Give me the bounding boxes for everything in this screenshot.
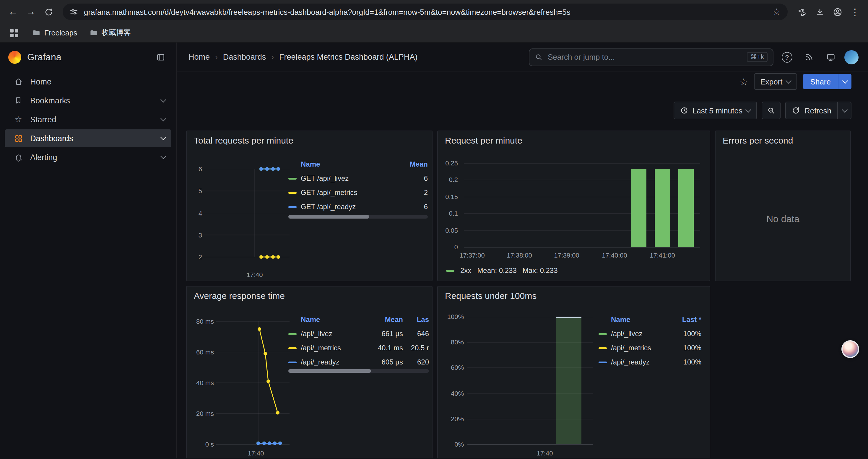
browser-menu-button[interactable]: ⋮	[847, 4, 863, 20]
zoom-out-button[interactable]	[762, 102, 781, 119]
panel-title[interactable]: Errors per second	[723, 135, 793, 145]
y-tick-label: 60%	[440, 364, 464, 371]
back-button[interactable]: ←	[5, 4, 21, 20]
extensions-button[interactable]	[794, 4, 810, 20]
reload-button[interactable]	[40, 4, 57, 20]
legend-scrollbar[interactable]	[288, 215, 428, 219]
panel-title[interactable]: Total requests per minute	[194, 135, 293, 145]
legend-series-name[interactable]: /api/_livez	[611, 330, 671, 338]
bookmark-star-icon[interactable]: ☆	[773, 6, 780, 17]
bar	[556, 317, 582, 444]
legend-series-name[interactable]: GET /api/_metrics	[301, 189, 402, 197]
legend-series-last: 620	[403, 358, 429, 366]
sidebar-item-home[interactable]: Home	[5, 73, 172, 90]
refresh-label: Refresh	[804, 106, 831, 115]
series-point	[277, 167, 280, 171]
bar-plot	[467, 317, 593, 445]
sidebar-item-label: Home	[30, 77, 52, 86]
profile-button[interactable]	[829, 4, 845, 20]
apps-button[interactable]	[8, 27, 20, 39]
bookmark-item-freeleaps[interactable]: Freeleaps	[32, 28, 77, 37]
floating-chat-avatar[interactable]	[841, 340, 859, 358]
legend-row: /api/_livez 100%	[598, 327, 701, 341]
brand-name: Grafana	[27, 52, 147, 62]
line-chart	[216, 317, 293, 451]
panel-requests-under-100ms: Requests under 100ms Name Last * /api/_l…	[437, 286, 710, 458]
display-button[interactable]	[823, 49, 839, 65]
legend-header-last[interactable]: Las	[403, 316, 429, 324]
search-box[interactable]: ⌘+k	[529, 48, 773, 66]
refresh-button[interactable]: Refresh	[786, 102, 837, 119]
legend-header-name[interactable]: Name	[301, 316, 369, 324]
refresh-interval-button[interactable]	[837, 102, 851, 119]
legend-series-name[interactable]: /api/_metrics	[611, 344, 671, 352]
breadcrumb-home[interactable]: Home	[188, 53, 210, 61]
scrollbar-thumb[interactable]	[288, 215, 369, 219]
sidebar-item-bookmarks[interactable]: Bookmarks	[5, 92, 172, 109]
x-tick-label: 17:37:00	[459, 252, 485, 259]
help-button[interactable]: ?	[779, 49, 795, 65]
forward-button[interactable]: →	[23, 4, 39, 20]
y-tick-label: 0.1	[440, 210, 458, 217]
legend-series-name[interactable]: /api/_metrics	[301, 344, 369, 352]
help-icon: ?	[782, 52, 793, 62]
omnibox[interactable]: ☆	[63, 4, 788, 20]
y-tick-label: 80 ms	[189, 318, 214, 325]
legend-header-mean[interactable]: Mean	[402, 160, 428, 168]
legend-header-last[interactable]: Last *	[671, 316, 701, 324]
legend-scrollbar[interactable]	[288, 369, 429, 373]
series-point	[277, 255, 280, 259]
panel-title[interactable]: Request per minute	[445, 135, 522, 145]
sidebar-item-dashboards[interactable]: Dashboards	[5, 129, 172, 147]
grafana-app: Grafana Home Bookmarks	[0, 42, 868, 458]
time-range-picker[interactable]: Last 5 minutes	[674, 102, 757, 119]
y-tick-label: 100%	[440, 313, 464, 320]
legend-header-name[interactable]: Name	[611, 316, 671, 324]
legend-series-mean: 6	[402, 203, 428, 211]
legend-series-name[interactable]: /api/_livez	[301, 330, 369, 338]
bookmark-item-blogs[interactable]: 收藏博客	[89, 28, 131, 38]
sidebar-toggle-icon	[156, 52, 165, 62]
site-settings-icon[interactable]	[70, 8, 78, 16]
home-icon	[13, 77, 23, 86]
legend-series-name[interactable]: GET /api/_readyz	[301, 203, 402, 211]
share-button[interactable]: Share	[803, 74, 838, 89]
legend-header-mean[interactable]: Mean	[369, 316, 403, 324]
favorite-dashboard-button[interactable]: ☆	[740, 76, 748, 87]
profile-icon	[832, 7, 842, 17]
refresh-icon	[792, 106, 800, 114]
x-tick-label: 17:40	[536, 450, 553, 457]
y-tick-label: 0.15	[440, 193, 458, 200]
legend-series-name[interactable]: /api/_readyz	[301, 358, 369, 366]
breadcrumb-dashboards[interactable]: Dashboards	[223, 53, 266, 61]
chevron-down-icon[interactable]	[160, 134, 166, 140]
grafana-logo[interactable]	[8, 51, 21, 64]
sidebar-collapse-button[interactable]	[152, 49, 169, 65]
legend-header-name[interactable]: Name	[301, 160, 402, 168]
news-button[interactable]	[801, 49, 817, 65]
downloads-button[interactable]	[811, 4, 828, 20]
sidebar-item-alerting[interactable]: Alerting	[5, 148, 172, 166]
breadcrumb-separator: ›	[215, 53, 218, 61]
folder-icon	[89, 28, 98, 37]
search-input[interactable]	[547, 52, 743, 62]
panel-average-response-time: Average response time Name Mean Las /api…	[186, 286, 433, 458]
chevron-down-icon[interactable]	[160, 116, 166, 121]
user-avatar[interactable]	[844, 50, 859, 64]
legend-series-name[interactable]: /api/_readyz	[611, 358, 671, 366]
scrollbar-thumb[interactable]	[288, 369, 371, 373]
sidebar-item-starred[interactable]: ☆ Starred	[5, 110, 172, 128]
panel-title[interactable]: Average response time	[194, 291, 285, 301]
share-menu-button[interactable]	[838, 74, 851, 89]
url-input[interactable]	[83, 7, 768, 17]
y-tick-label: 20%	[440, 415, 464, 422]
panel-title[interactable]: Requests under 100ms	[445, 291, 536, 301]
legend-series-name[interactable]: 2xx	[460, 266, 471, 275]
legend-row: /api/_livez 661 µs 646	[288, 327, 429, 341]
legend-series-mean: 605 µs	[369, 358, 403, 366]
export-button[interactable]: Export	[754, 73, 797, 90]
browser-window: ← → ☆	[0, 0, 868, 459]
chevron-down-icon[interactable]	[160, 153, 166, 159]
chevron-down-icon[interactable]	[160, 97, 166, 102]
legend-series-name[interactable]: GET /api/_livez	[301, 174, 402, 183]
